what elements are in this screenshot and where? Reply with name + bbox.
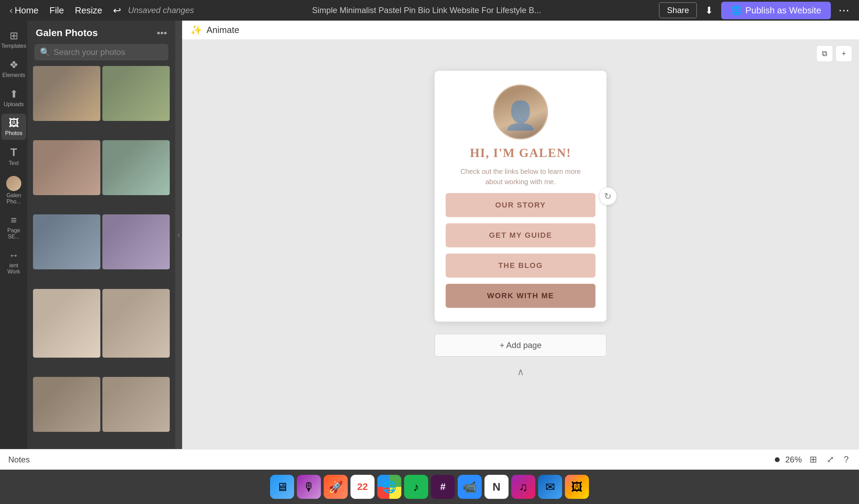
get-guide-button[interactable]: GET MY GUIDE <box>446 223 595 247</box>
dock-calendar[interactable]: 22 <box>350 475 375 499</box>
uploads-icon: ⬆ <box>10 88 18 100</box>
zoom-icon: 📹 <box>462 480 477 494</box>
blog-button[interactable]: THE BLOG <box>446 254 595 278</box>
chevron-up-icon: ∧ <box>517 366 524 378</box>
publish-button[interactable]: 🌐 Publish as Website <box>721 2 831 19</box>
chevron-left-icon: ‹ <box>10 5 13 16</box>
search-input[interactable] <box>54 47 163 57</box>
photo-thumb[interactable] <box>102 214 170 269</box>
work-with-me-label: WORK WITH ME <box>487 291 554 300</box>
our-story-label: OUR STORY <box>495 201 546 209</box>
slack-icon: # <box>440 481 446 492</box>
document-title: Simple Minimalist Pastel Pin Bio Link We… <box>198 5 655 15</box>
bottom-right: 26% ⊞ ⤢ ? <box>775 452 851 467</box>
photos-dock-icon: 🖼 <box>571 480 583 494</box>
dock: 🖥 🎙 🚀 22 🌐 ♪ # 📹 N ♫ ✉ 🖼 <box>0 470 859 504</box>
dock-email[interactable]: ✉ <box>538 475 562 499</box>
dock-zoom[interactable]: 📹 <box>458 475 482 499</box>
get-guide-label: GET MY GUIDE <box>489 231 552 239</box>
topbar-left: ‹ Home File Resize ↩ Unsaved changes <box>5 3 194 18</box>
dock-slack[interactable]: # <box>431 475 455 499</box>
blog-label: THE BLOG <box>498 261 543 270</box>
photo-thumb[interactable] <box>102 66 170 121</box>
work-with-me-button[interactable]: WORK WITH ME <box>446 284 595 308</box>
brand-label: Galen Pho... <box>3 192 24 205</box>
subtext: Check out the links below to learn more … <box>455 166 586 187</box>
notes-label[interactable]: Notes <box>8 455 30 464</box>
dock-siri[interactable]: 🎙 <box>297 475 321 499</box>
finder-icon: 🖥 <box>276 480 288 494</box>
animate-icon: ✨ <box>190 24 202 36</box>
animate-label[interactable]: Animate <box>207 25 239 35</box>
templates-label: Templates <box>1 43 26 49</box>
photo-thumb[interactable] <box>102 289 170 358</box>
photo-thumb[interactable] <box>33 289 100 358</box>
share-button[interactable]: Share <box>659 2 697 18</box>
dock-notion[interactable]: N <box>484 475 509 499</box>
sidebar-item-client[interactable]: ↔ ient Work <box>1 246 26 278</box>
file-button[interactable]: File <box>45 3 68 18</box>
home-button[interactable]: ‹ Home <box>5 3 43 18</box>
dock-itunes[interactable]: ♫ <box>511 475 535 499</box>
dock-photos[interactable]: 🖼 <box>565 475 589 499</box>
sidebar-item-templates[interactable]: ⊞ Templates <box>1 26 26 53</box>
notion-icon: N <box>492 481 500 493</box>
templates-icon: ⊞ <box>10 30 18 42</box>
dock-spotify[interactable]: ♪ <box>404 475 428 499</box>
resize-button[interactable]: Resize <box>71 3 106 18</box>
siri-icon: 🎙 <box>303 480 315 494</box>
profile-silhouette: 👤 <box>503 99 538 132</box>
sidebar-item-text[interactable]: T Text <box>1 143 26 170</box>
sidebar-item-brand[interactable]: Galen Pho... <box>1 172 26 208</box>
dock-finder[interactable]: 🖥 <box>270 475 294 499</box>
rotate-button[interactable]: ↻ <box>599 187 617 205</box>
copy-page-button[interactable]: ⧉ <box>816 45 833 62</box>
grid-view-button[interactable]: ⊞ <box>807 452 819 467</box>
panel-more-button[interactable]: ••• <box>157 27 167 38</box>
sidebar-item-seo[interactable]: ≡ Page SE... <box>1 211 26 243</box>
brand-icon <box>6 176 21 191</box>
text-label: Text <box>9 160 19 166</box>
search-bar[interactable]: 🔍 <box>34 44 168 60</box>
fullscreen-button[interactable]: ⤢ <box>825 452 836 467</box>
sidebar-item-elements[interactable]: ❖ Elements <box>1 55 26 82</box>
chevron-icon: ‹ <box>178 231 180 239</box>
sidebar-item-uploads[interactable]: ⬆ Uploads <box>1 85 26 111</box>
client-icon: ↔ <box>9 249 19 261</box>
uploads-label: Uploads <box>4 101 24 108</box>
photo-thumb[interactable] <box>102 377 170 432</box>
panel-title: Galen Photos <box>36 27 98 38</box>
canvas-right-controls: ↻ <box>599 187 617 205</box>
our-story-button[interactable]: OUR STORY <box>446 193 595 217</box>
panel-collapse-handle[interactable]: ‹ <box>175 21 182 449</box>
bottom-bar: Notes 26% ⊞ ⤢ ? <box>0 449 859 470</box>
client-label: ient Work <box>3 262 24 275</box>
dock-chrome[interactable]: 🌐 <box>377 475 401 499</box>
photo-thumb[interactable] <box>33 140 100 195</box>
dock-launchpad[interactable]: 🚀 <box>324 475 348 499</box>
zoom-level: 26% <box>785 455 802 464</box>
sidebar-item-photos[interactable]: 🖼 Photos <box>1 114 26 140</box>
download-button[interactable]: ⬇ <box>700 2 718 19</box>
photo-thumb[interactable] <box>33 377 100 432</box>
photo-thumb[interactable] <box>102 140 170 195</box>
undo-button[interactable]: ↩ <box>109 3 125 18</box>
resize-label: Resize <box>75 5 102 16</box>
canvas-controls: ⧉ + <box>816 45 852 62</box>
file-label: File <box>49 5 64 16</box>
elements-label: Elements <box>2 72 25 78</box>
add-page-button[interactable]: + <box>836 45 852 62</box>
photos-label: Photos <box>5 130 22 136</box>
panel-header: Galen Photos ••• <box>27 21 175 44</box>
add-page-button[interactable]: + Add page <box>435 334 606 357</box>
profile-pic-inner: 👤 <box>494 86 547 138</box>
publish-label: Publish as Website <box>745 5 821 16</box>
animate-bar: ✨ Animate <box>182 21 859 40</box>
photo-thumb[interactable] <box>33 66 100 121</box>
scroll-up-indicator: ∧ <box>517 366 524 378</box>
help-button[interactable]: ? <box>842 452 851 467</box>
more-options-button[interactable]: ⋯ <box>834 2 854 19</box>
photo-thumb[interactable] <box>33 214 100 269</box>
topbar: ‹ Home File Resize ↩ Unsaved changes Sim… <box>0 0 859 21</box>
calendar-icon: 22 <box>357 481 368 492</box>
